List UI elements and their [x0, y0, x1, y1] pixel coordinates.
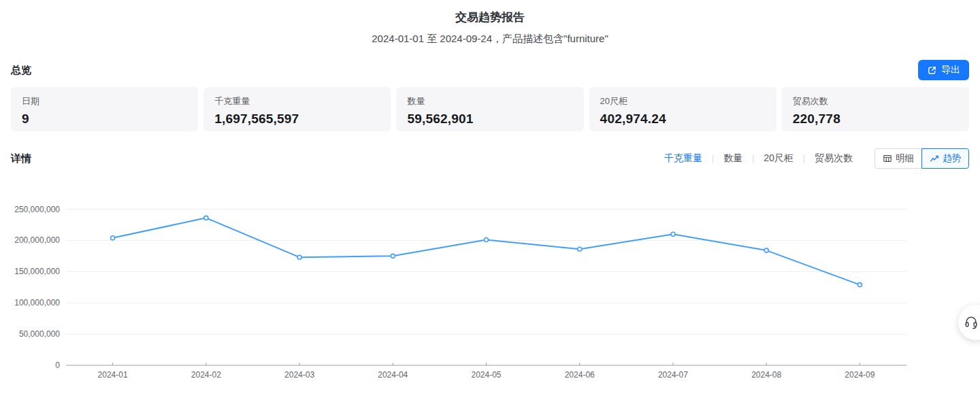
svg-text:2024-04: 2024-04 [378, 370, 408, 380]
stat-card-label: 20尺柜 [600, 95, 766, 107]
export-button[interactable]: 导出 [918, 60, 969, 80]
headset-icon [964, 315, 979, 330]
stat-card-teu: 20尺柜 402,974.24 [589, 87, 777, 131]
table-icon [883, 154, 892, 163]
metric-tab-trades[interactable]: 贸易次数 [813, 152, 854, 165]
tab-divider: | [803, 154, 805, 163]
tab-divider: | [712, 154, 714, 163]
overview-cards: 日期 9 千克重量 1,697,565,597 数量 59,562,901 20… [11, 87, 969, 131]
detail-bar: 详情 千克重量 | 数量 | 20尺柜 | 贸易次数 明细 [0, 148, 980, 169]
svg-text:2024-06: 2024-06 [565, 370, 595, 380]
tab-divider: | [752, 154, 754, 163]
detail-view-button[interactable]: 明细 [875, 148, 922, 169]
trend-view-button[interactable]: 趋势 [921, 148, 969, 169]
overview-heading: 总览 [11, 64, 31, 77]
svg-text:250,000,000: 250,000,000 [14, 205, 60, 214]
export-icon [927, 65, 937, 76]
svg-text:150,000,000: 150,000,000 [14, 267, 60, 276]
trend-view-label: 趋势 [943, 152, 961, 165]
detail-heading: 详情 [11, 152, 31, 165]
stat-card-label: 数量 [407, 95, 572, 107]
stat-card-date: 日期 9 [11, 87, 198, 131]
stat-card-quantity: 数量 59,562,901 [396, 87, 583, 131]
metric-tab-quantity[interactable]: 数量 [722, 152, 744, 165]
stat-card-value: 220,778 [793, 112, 958, 127]
svg-text:100,000,000: 100,000,000 [14, 298, 60, 307]
detail-view-label: 明细 [896, 152, 914, 165]
metric-tab-weight[interactable]: 千克重量 [663, 152, 704, 165]
svg-text:200,000,000: 200,000,000 [14, 235, 60, 245]
metric-tab-teu[interactable]: 20尺柜 [762, 152, 795, 165]
stat-card-value: 1,697,565,597 [214, 112, 380, 127]
export-button-label: 导出 [941, 64, 960, 76]
metric-tabs: 千克重量 | 数量 | 20尺柜 | 贸易次数 [663, 152, 854, 165]
stat-card-value: 59,562,901 [407, 112, 572, 127]
svg-text:2024-03: 2024-03 [284, 370, 314, 380]
stat-card-label: 千克重量 [214, 95, 380, 107]
stat-card-label: 贸易次数 [793, 95, 958, 107]
stat-card-trades: 贸易次数 220,778 [782, 87, 969, 131]
trend-chart[interactable]: 250,000,000200,000,000150,000,000100,000… [0, 182, 980, 386]
svg-text:2024-08: 2024-08 [751, 370, 781, 380]
page-subtitle: 2024-01-01 至 2024-09-24，产品描述包含"furniture… [0, 33, 980, 46]
stat-card-value: 402,974.24 [600, 112, 766, 127]
stat-card-label: 日期 [22, 95, 187, 107]
stat-card-value: 9 [22, 112, 187, 127]
svg-text:2024-09: 2024-09 [845, 370, 875, 380]
detail-controls: 千克重量 | 数量 | 20尺柜 | 贸易次数 明细 [663, 148, 969, 169]
svg-text:50,000,000: 50,000,000 [19, 329, 60, 339]
view-toggle: 明细 趋势 [875, 148, 969, 169]
trend-chart-svg: 250,000,000200,000,000150,000,000100,000… [0, 182, 980, 386]
overview-bar: 总览 导出 [0, 60, 980, 80]
line-chart-icon [930, 154, 939, 163]
svg-text:2024-01: 2024-01 [98, 370, 128, 380]
stat-card-weight: 千克重量 1,697,565,597 [203, 87, 391, 131]
page-title: 交易趋势报告 [0, 10, 980, 25]
svg-text:0: 0 [55, 361, 60, 370]
svg-text:2024-02: 2024-02 [191, 370, 221, 380]
svg-text:2024-05: 2024-05 [471, 370, 501, 380]
svg-text:2024-07: 2024-07 [658, 370, 688, 380]
